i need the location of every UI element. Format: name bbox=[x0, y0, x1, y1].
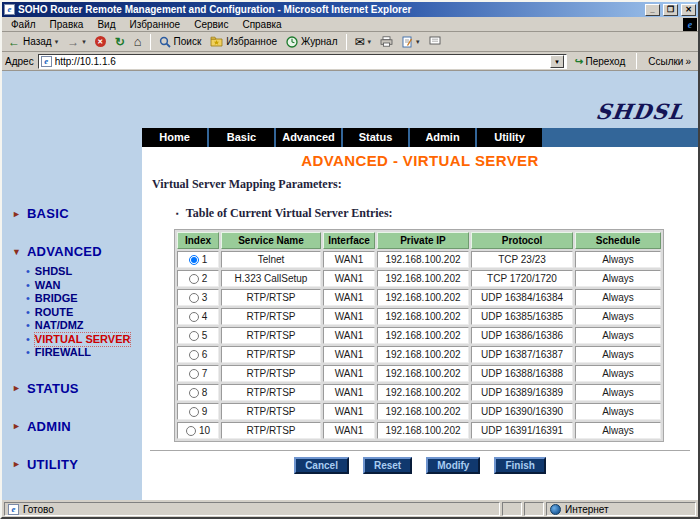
menu-item[interactable]: Файл bbox=[4, 19, 43, 30]
schedule-cell: Always bbox=[575, 346, 661, 363]
index-number: 10 bbox=[199, 425, 210, 436]
sidebar-item-utility[interactable]: ►UTILITY bbox=[12, 457, 142, 472]
index-radio[interactable] bbox=[186, 426, 196, 436]
address-dropdown-button[interactable]: ▾ bbox=[550, 55, 564, 68]
mail-dropdown-icon[interactable]: ▾ bbox=[368, 38, 372, 46]
column-header-private-ip: Private IP bbox=[377, 232, 469, 249]
globe-icon bbox=[550, 504, 561, 515]
links-button[interactable]: Ссылки » bbox=[644, 56, 695, 67]
service-name-cell: RTP/RTSP bbox=[221, 346, 321, 363]
security-zone-pane: Интернет bbox=[546, 502, 696, 516]
menu-item[interactable]: Вид bbox=[90, 19, 122, 30]
sidebar-item-advanced[interactable]: ▼ADVANCED bbox=[12, 244, 142, 259]
protocol-cell: UDP 16389/16389 bbox=[471, 384, 573, 401]
index-radio[interactable] bbox=[189, 274, 199, 284]
index-cell: 3 bbox=[177, 289, 219, 306]
chevron-right-icon: ► bbox=[12, 459, 21, 469]
nav-tab-status[interactable]: Status bbox=[343, 128, 410, 147]
menu-item[interactable]: Справка bbox=[235, 19, 288, 30]
table-row: 6RTP/RTSPWAN1192.168.100.202UDP 16387/16… bbox=[177, 346, 661, 363]
index-radio[interactable] bbox=[189, 388, 199, 398]
address-label: Адрес bbox=[5, 56, 34, 67]
edit-icon bbox=[402, 36, 413, 48]
reset-button[interactable]: Reset bbox=[363, 457, 412, 474]
service-name-cell: RTP/RTSP bbox=[221, 384, 321, 401]
edit-button[interactable]: ▾ bbox=[398, 35, 424, 49]
menu-bar: ФайлПравкаВидИзбранноеСервисСправка e bbox=[2, 17, 698, 32]
nav-tab-utility[interactable]: Utility bbox=[477, 128, 544, 147]
nav-tab-home[interactable]: Home bbox=[142, 128, 209, 147]
address-input[interactable]: e http://10.1.1.6 ▾ bbox=[38, 54, 567, 69]
nav-tab-admin[interactable]: Admin bbox=[410, 128, 477, 147]
address-bar: Адрес e http://10.1.1.6 ▾ ↪ Переход Ссыл… bbox=[2, 52, 698, 71]
home-button[interactable]: ⌂ bbox=[130, 33, 146, 50]
sidebar-item-label: STATUS bbox=[27, 381, 79, 396]
mail-button[interactable]: ✉ ▾ bbox=[351, 35, 376, 49]
protocol-cell: TCP 1720/1720 bbox=[471, 270, 573, 287]
index-radio[interactable] bbox=[189, 312, 199, 322]
private-ip-cell: 192.168.100.202 bbox=[377, 346, 469, 363]
sidebar-item-admin[interactable]: ►ADMIN bbox=[12, 419, 142, 434]
go-button[interactable]: ↪ Переход bbox=[571, 56, 629, 67]
back-dropdown-icon[interactable]: ▾ bbox=[55, 38, 59, 46]
status-pane bbox=[502, 502, 522, 516]
private-ip-cell: 192.168.100.202 bbox=[377, 289, 469, 306]
index-radio[interactable] bbox=[189, 407, 199, 417]
stop-button[interactable]: ✕ bbox=[91, 35, 110, 48]
bullet-icon: • bbox=[26, 333, 30, 347]
forward-dropdown-icon[interactable]: ▾ bbox=[82, 38, 86, 46]
index-radio[interactable] bbox=[189, 255, 199, 265]
menu-item[interactable]: Сервис bbox=[187, 19, 235, 30]
sidebar-subitem-virtual-server[interactable]: •VIRTUAL SERVER bbox=[26, 333, 142, 347]
close-button[interactable]: ✕ bbox=[681, 4, 696, 16]
chevron-right-icon: ► bbox=[12, 209, 21, 219]
sidebar-subitem-bridge[interactable]: •BRIDGE bbox=[26, 292, 142, 306]
sidebar-item-basic[interactable]: ►BASIC bbox=[12, 206, 142, 221]
stop-icon: ✕ bbox=[95, 36, 106, 47]
sidebar-subitem-shdsl[interactable]: •SHDSL bbox=[26, 265, 142, 279]
sidebar-spacer bbox=[12, 227, 142, 244]
forward-button[interactable]: → ▾ bbox=[63, 35, 90, 49]
sidebar-subitem-firewall[interactable]: •FIREWALL bbox=[26, 346, 142, 360]
history-button[interactable]: Журнал bbox=[282, 35, 342, 49]
index-cell: 9 bbox=[177, 403, 219, 420]
index-radio[interactable] bbox=[189, 331, 199, 341]
nav-tab-advanced[interactable]: Advanced bbox=[276, 128, 343, 147]
nav-tab-basic[interactable]: Basic bbox=[209, 128, 276, 147]
main-area: SHDSL HomeBasicAdvancedStatusAdminUtilit… bbox=[142, 71, 698, 500]
index-radio[interactable] bbox=[189, 293, 199, 303]
interface-cell: WAN1 bbox=[323, 327, 375, 344]
column-header-interface: Interface bbox=[323, 232, 375, 249]
restore-button[interactable]: ❐ bbox=[663, 4, 678, 16]
sidebar: ►BASIC▼ADVANCED•SHDSL•WAN•BRIDGE•ROUTE•N… bbox=[2, 71, 142, 500]
edit-dropdown-icon[interactable]: ▾ bbox=[416, 38, 420, 46]
index-radio[interactable] bbox=[189, 369, 199, 379]
index-radio[interactable] bbox=[189, 350, 199, 360]
minimize-button[interactable]: _ bbox=[645, 4, 660, 16]
print-button[interactable] bbox=[376, 35, 397, 48]
search-label: Поиск bbox=[174, 36, 202, 47]
schedule-cell: Always bbox=[575, 365, 661, 382]
sidebar-item-status[interactable]: ►STATUS bbox=[12, 381, 142, 396]
table-row: 9RTP/RTSPWAN1192.168.100.202UDP 16390/16… bbox=[177, 403, 661, 420]
table-row: 2H.323 CallSetupWAN1192.168.100.202TCP 1… bbox=[177, 270, 661, 287]
menu-item[interactable]: Правка bbox=[43, 19, 91, 30]
cancel-button[interactable]: Cancel bbox=[294, 457, 349, 474]
favorites-button[interactable]: Избранное bbox=[206, 35, 281, 48]
address-url[interactable]: http://10.1.1.6 bbox=[55, 56, 547, 67]
modify-button[interactable]: Modify bbox=[426, 457, 480, 474]
sidebar-subitem-nat-dmz[interactable]: •NAT/DMZ bbox=[26, 319, 142, 333]
sidebar-subitem-wan[interactable]: •WAN bbox=[26, 279, 142, 293]
sidebar-item-label: ADMIN bbox=[27, 419, 71, 434]
private-ip-cell: 192.168.100.202 bbox=[377, 384, 469, 401]
table-row: 7RTP/RTSPWAN1192.168.100.202UDP 16388/16… bbox=[177, 365, 661, 382]
sidebar-subitem-route[interactable]: •ROUTE bbox=[26, 306, 142, 320]
refresh-button[interactable]: ↻ bbox=[111, 34, 129, 50]
search-button[interactable]: Поиск bbox=[155, 35, 206, 49]
protocol-cell: UDP 16386/16386 bbox=[471, 327, 573, 344]
forward-icon: → bbox=[67, 36, 79, 48]
back-button[interactable]: ← Назад ▾ bbox=[4, 35, 62, 49]
menu-item[interactable]: Избранное bbox=[122, 19, 187, 30]
discuss-button[interactable] bbox=[425, 35, 445, 48]
finish-button[interactable]: Finish bbox=[494, 457, 545, 474]
